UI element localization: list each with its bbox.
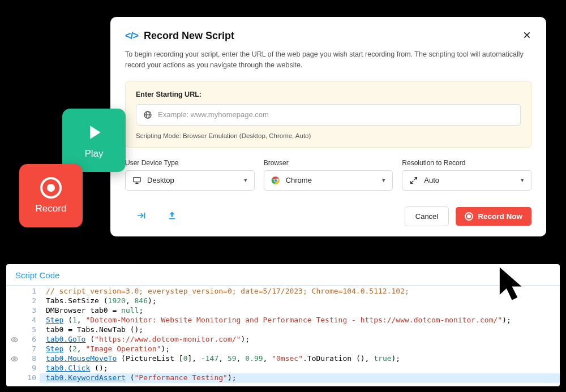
play-tile-label: Play <box>84 148 103 160</box>
resolution-select[interactable]: Auto ▾ <box>402 170 531 191</box>
record-tile-label: Record <box>36 203 67 214</box>
upload-icon <box>167 210 177 221</box>
record-icon <box>40 177 62 199</box>
device-type-label: User Device Type <box>125 159 255 167</box>
device-type-select[interactable]: Desktop ▾ <box>125 170 255 191</box>
chrome-icon <box>271 176 280 185</box>
url-label: Enter Starting URL: <box>136 91 521 98</box>
browser-label: Browser <box>264 159 393 167</box>
browser-select[interactable]: Chrome ▾ <box>264 170 393 191</box>
arrow-right-stop-icon <box>136 210 147 221</box>
chevron-down-icon: ▾ <box>521 176 524 184</box>
modal-title: Record New Script <box>144 30 517 42</box>
chevron-down-icon: ▾ <box>244 176 247 184</box>
svg-rect-6 <box>144 212 145 218</box>
svg-point-8 <box>13 339 15 341</box>
play-tile[interactable]: Play <box>62 109 126 172</box>
gutter-line-numbers: 12345678910 <box>22 286 40 383</box>
code-lines[interactable]: // script_version=3.0; everystep_version… <box>40 286 560 383</box>
modal-description: To begin recording your script, enter th… <box>125 49 531 71</box>
cancel-button[interactable]: Cancel <box>405 206 449 226</box>
url-input[interactable] <box>158 110 513 119</box>
scripting-mode-text: Scripting Mode: Browser Emulation (Deskt… <box>136 132 521 139</box>
globe-icon <box>143 110 152 119</box>
record-now-button[interactable]: Record Now <box>456 207 531 226</box>
script-code-panel: Script Code 12345678910 // script_versio… <box>6 264 560 386</box>
svg-point-9 <box>13 358 15 360</box>
url-input-wrap[interactable] <box>136 104 521 126</box>
device-type-value: Desktop <box>147 176 174 184</box>
play-icon <box>83 121 105 144</box>
record-now-label: Record Now <box>478 212 522 221</box>
close-icon <box>522 31 531 40</box>
record-tile[interactable]: Record <box>19 164 83 227</box>
desktop-icon <box>132 176 142 185</box>
gutter-breakpoints <box>6 286 22 383</box>
browser-value: Chrome <box>286 176 312 184</box>
chevron-down-icon: ▾ <box>382 176 385 184</box>
expand-icon <box>409 176 418 185</box>
resolution-label: Resolution to Record <box>402 159 531 167</box>
code-icon: </> <box>125 30 138 42</box>
record-script-modal: </> Record New Script To begin recording… <box>110 17 546 236</box>
script-code-tab[interactable]: Script Code <box>6 264 560 286</box>
import-button[interactable] <box>136 210 147 222</box>
resolution-value: Auto <box>424 176 439 184</box>
svg-rect-2 <box>134 177 140 182</box>
record-icon <box>465 212 473 221</box>
url-panel: Enter Starting URL: Scripting Mode: Brow… <box>125 81 531 148</box>
upload-button[interactable] <box>167 210 177 222</box>
cursor-icon <box>497 266 530 304</box>
close-button[interactable] <box>522 29 531 42</box>
svg-rect-7 <box>169 218 175 219</box>
